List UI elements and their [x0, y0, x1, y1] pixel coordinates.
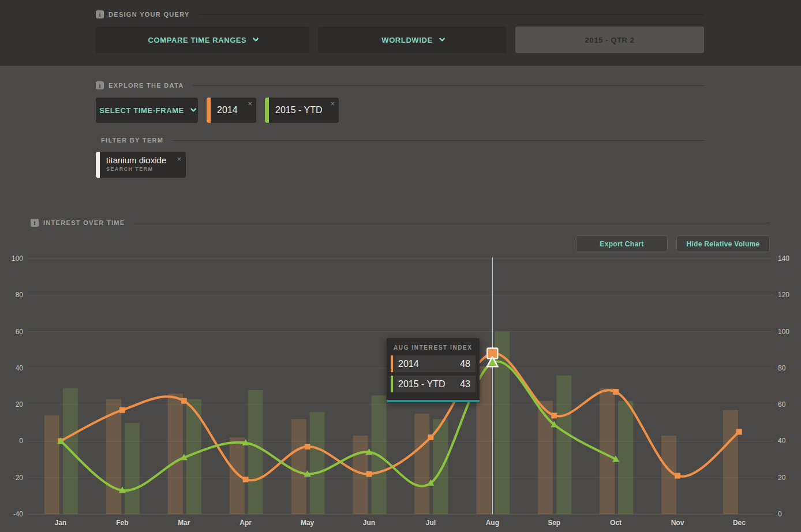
- marker-2014-jul[interactable]: [428, 434, 433, 440]
- volume-bar-2014-mar[interactable]: [168, 394, 183, 514]
- tag-accent-bar: [207, 98, 211, 123]
- hide-relative-volume-button[interactable]: Hide Relative Volume: [676, 235, 770, 252]
- y-axis-right-label: 40: [778, 437, 801, 445]
- dropdown-label: WORLDWIDE: [381, 36, 432, 44]
- section-title: FILTER BY TERM: [101, 137, 163, 144]
- line-series-2014: [61, 353, 739, 480]
- query-designer-section: i DESIGN YOUR QUERY COMPARE TIME RANGES …: [0, 0, 801, 66]
- filter-by-term-header: FILTER BY TERM: [101, 137, 704, 144]
- x-axis-label-apr: Apr: [239, 519, 252, 527]
- chevron-down-icon: [439, 35, 445, 42]
- y-axis-right-label: 80: [778, 364, 801, 372]
- volume-bar-2014-aug[interactable]: [476, 366, 491, 514]
- dropdown-label: SELECT TIME-FRAME: [99, 106, 184, 115]
- divider: [193, 85, 704, 86]
- selected-time-range-chip[interactable]: 2015 - QTR 2: [515, 27, 704, 53]
- tag-label: 2014: [217, 105, 238, 115]
- timeframe-row: SELECT TIME-FRAME 2014 × 2015 - YTD ×: [96, 98, 339, 123]
- region-dropdown[interactable]: WORLDWIDE: [318, 27, 507, 53]
- volume-bar-2014-may[interactable]: [291, 419, 306, 514]
- marker-2014-nov[interactable]: [675, 473, 680, 479]
- volume-bar-2015-apr[interactable]: [248, 390, 263, 514]
- x-axis-label-jul: Jul: [426, 519, 436, 527]
- line-series-2015-YTD: [61, 361, 616, 490]
- section-title: EXPLORE THE DATA: [108, 82, 184, 89]
- timeframe-tag-2014: 2014 ×: [207, 98, 256, 123]
- export-chart-button[interactable]: Export Chart: [576, 235, 668, 252]
- marker-2014-oct[interactable]: [613, 389, 619, 395]
- y-axis-left-label: 40: [2, 364, 23, 372]
- marker-2014-may[interactable]: [305, 444, 310, 449]
- tag-accent-bar: [265, 98, 269, 123]
- chart-button-row: Export Chart Hide Relative Volume: [576, 235, 770, 252]
- chart-section-header: i INTEREST OVER TIME: [31, 219, 770, 227]
- marker-2014-sep[interactable]: [551, 413, 557, 418]
- y-axis-right-label: 20: [778, 474, 801, 482]
- volume-bar-2015-feb[interactable]: [125, 423, 140, 514]
- y-axis-right-label: 0: [778, 510, 801, 518]
- query-dropdown-row: COMPARE TIME RANGES WORLDWIDE 2015 - QTR…: [96, 27, 704, 53]
- tag-label: 2015 - YTD: [275, 105, 323, 115]
- x-axis-label-jun: Jun: [363, 519, 375, 527]
- y-axis-right-label: 100: [778, 328, 801, 336]
- query-designer-header: i DESIGN YOUR QUERY: [96, 10, 704, 18]
- chart-canvas[interactable]: [0, 254, 801, 532]
- select-timeframe-dropdown[interactable]: SELECT TIME-FRAME: [96, 98, 198, 123]
- close-icon[interactable]: ×: [177, 155, 181, 163]
- x-axis-label-nov: Nov: [671, 519, 684, 527]
- volume-bar-2014-jan[interactable]: [44, 415, 59, 514]
- volume-bar-2015-oct[interactable]: [618, 401, 633, 514]
- y-axis-left-label: -20: [2, 474, 23, 482]
- y-axis-left-label: 20: [2, 400, 23, 409]
- volume-bar-2014-dec[interactable]: [723, 410, 738, 514]
- search-term-tag: titanium dioxide SEARCH TERM ×: [96, 152, 186, 178]
- divider: [199, 14, 704, 15]
- volume-bar-2014-apr[interactable]: [230, 437, 245, 514]
- tag-accent-bar: [96, 152, 100, 178]
- x-axis-label-mar: Mar: [178, 519, 190, 527]
- y-axis-right-label: 140: [778, 254, 801, 263]
- x-axis-label-aug: Aug: [486, 519, 499, 527]
- x-axis-label-oct: Oct: [610, 519, 622, 527]
- section-title: INTEREST OVER TIME: [43, 219, 125, 226]
- x-axis-label-sep: Sep: [548, 519, 560, 527]
- divider: [173, 140, 704, 141]
- compare-time-ranges-dropdown[interactable]: COMPARE TIME RANGES: [96, 27, 309, 53]
- dropdown-label: COMPARE TIME RANGES: [148, 36, 247, 44]
- info-icon[interactable]: i: [31, 219, 39, 227]
- chip-label: 2015 - QTR 2: [585, 36, 635, 44]
- volume-bar-2014-sep[interactable]: [538, 401, 553, 514]
- marker-2014-mar[interactable]: [181, 398, 187, 404]
- chevron-down-icon: [253, 35, 259, 42]
- timeframe-tag-2015-ytd: 2015 - YTD ×: [265, 98, 339, 123]
- y-axis-left-label: 60: [2, 328, 23, 336]
- divider: [134, 223, 770, 223]
- close-icon[interactable]: ×: [330, 100, 335, 107]
- y-axis-right-label: 120: [778, 291, 801, 299]
- x-axis-label-feb: Feb: [116, 519, 128, 527]
- volume-bar-2015-may[interactable]: [310, 412, 325, 514]
- section-title: DESIGN YOUR QUERY: [108, 11, 190, 18]
- explore-header: i EXPLORE THE DATA: [96, 81, 704, 89]
- y-axis-left-label: 0: [2, 437, 23, 445]
- button-label: Hide Relative Volume: [686, 240, 759, 248]
- marker-2014-feb[interactable]: [119, 407, 125, 413]
- button-label: Export Chart: [600, 240, 643, 248]
- y-axis-left-label: -40: [2, 510, 23, 518]
- x-axis-label-dec: Dec: [733, 519, 746, 527]
- search-term-label: titanium dioxide: [106, 155, 172, 165]
- marker-2014-jun[interactable]: [366, 471, 372, 477]
- x-axis-label-may: May: [301, 519, 314, 527]
- info-icon[interactable]: i: [96, 10, 104, 18]
- y-axis-left-label: 80: [2, 291, 23, 299]
- volume-bar-2015-sep[interactable]: [556, 376, 571, 514]
- close-icon[interactable]: ×: [248, 100, 252, 107]
- interest-over-time-chart[interactable]: 100806040200-20-40140120100806040200JanF…: [0, 254, 801, 532]
- y-axis-left-label: 100: [2, 254, 23, 263]
- search-term-sublabel: SEARCH TERM: [106, 166, 172, 172]
- chevron-down-icon: [190, 106, 196, 112]
- marker-2014-apr[interactable]: [243, 477, 249, 482]
- info-icon[interactable]: i: [96, 81, 104, 89]
- volume-bar-2014-jul[interactable]: [414, 414, 429, 514]
- marker-2014-dec[interactable]: [736, 429, 742, 435]
